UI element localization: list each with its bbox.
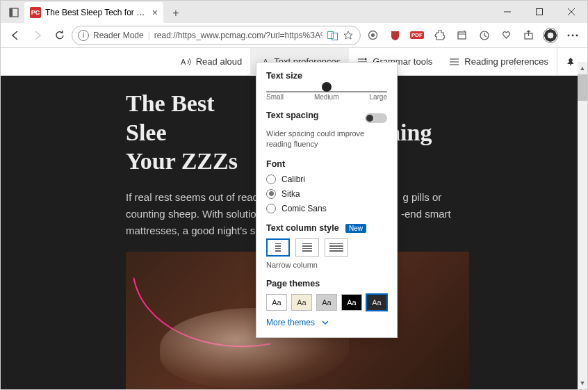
nav-toolbar: i Reader Mode | read://https_www.pcmag.c…	[1, 23, 587, 48]
ext-icon-pdf[interactable]: PDF	[407, 25, 427, 46]
svg-rect-3	[537, 9, 543, 15]
scroll-up-icon[interactable]: ▲	[578, 63, 587, 73]
slider-label-large: Large	[369, 93, 387, 101]
favorite-icon[interactable]	[342, 29, 354, 42]
column-medium-button[interactable]	[295, 238, 319, 257]
minimize-button[interactable]	[491, 1, 523, 23]
url-text: read://https_www.pcmag.com/?url=https%3A…	[154, 31, 322, 40]
window-titlebar: PC The Best Sleep Tech for Catching × +	[1, 1, 587, 23]
font-option-label: Comic Sans	[281, 204, 327, 213]
column-narrow-button[interactable]	[266, 238, 290, 257]
radio-icon	[266, 174, 276, 184]
close-window-button[interactable]	[555, 1, 587, 23]
favorites-button[interactable]	[496, 25, 516, 46]
font-heading: Font	[266, 159, 387, 169]
theme-swatch-2[interactable]: Aa	[316, 294, 337, 311]
slider-label-medium: Medium	[314, 93, 339, 101]
svg-point-16	[576, 34, 578, 36]
reading-prefs-label: Reading preferences	[464, 56, 548, 67]
tab-actions-icon	[9, 8, 19, 17]
back-button[interactable]	[5, 25, 26, 46]
text-spacing-description: Wider spacing could improve reading flue…	[266, 129, 387, 149]
svg-rect-10	[458, 32, 466, 39]
ext-icon-1[interactable]	[362, 25, 383, 46]
site-info-icon[interactable]: i	[78, 30, 89, 41]
theme-swatch-3[interactable]: Aa	[341, 294, 362, 311]
extensions-button[interactable]	[429, 25, 450, 46]
chevron-down-icon	[322, 320, 329, 325]
svg-point-23	[365, 58, 367, 60]
new-tab-button[interactable]: +	[166, 3, 186, 23]
more-themes-link[interactable]: More themes	[266, 318, 387, 327]
pin-icon	[566, 57, 573, 67]
radio-icon	[266, 204, 276, 213]
font-option-comic-sans[interactable]: Comic Sans	[266, 204, 387, 213]
collections-button[interactable]	[451, 25, 472, 46]
font-option-sitka[interactable]: Sitka	[266, 189, 387, 199]
text-spacing-heading: Text spacing	[266, 111, 318, 120]
column-caption: Narrow column	[266, 261, 387, 269]
page-themes-heading: Page themes	[266, 279, 387, 289]
reader-mode-label: Reader Mode	[93, 31, 144, 40]
favicon: PC	[30, 7, 41, 18]
separator: |	[148, 31, 150, 40]
tab-actions-button[interactable]	[3, 2, 24, 23]
scroll-thumb[interactable]	[578, 74, 587, 101]
scroll-down-icon[interactable]: ▼	[578, 378, 587, 388]
ext-icon-ublock[interactable]	[384, 25, 405, 46]
slider-thumb[interactable]	[322, 82, 332, 92]
column-wide-button[interactable]	[325, 238, 348, 257]
avatar-icon	[543, 28, 558, 43]
address-bar[interactable]: i Reader Mode | read://https_www.pcmag.c…	[72, 26, 361, 45]
pdf-badge: PDF	[410, 31, 424, 39]
theme-swatch-1[interactable]: Aa	[291, 294, 312, 311]
svg-point-14	[568, 34, 570, 36]
theme-swatch-0[interactable]: Aa	[266, 294, 287, 311]
translate-icon[interactable]	[327, 29, 339, 42]
maximize-button[interactable]	[523, 1, 555, 23]
radio-icon	[266, 189, 276, 199]
svg-rect-1	[10, 8, 13, 17]
slider-label-small: Small	[266, 93, 284, 101]
history-button[interactable]	[473, 25, 494, 46]
vertical-scrollbar[interactable]: ▲ ▼	[578, 62, 587, 389]
window-controls	[491, 1, 587, 23]
refresh-button[interactable]	[49, 25, 70, 46]
reading-prefs-icon	[449, 57, 460, 67]
reading-preferences-button[interactable]: Reading preferences	[441, 48, 557, 76]
text-spacing-toggle[interactable]	[365, 113, 387, 123]
read-aloud-button[interactable]: A Read aloud	[172, 48, 251, 76]
svg-point-15	[572, 34, 574, 36]
profile-button[interactable]	[540, 25, 561, 46]
forward-button[interactable]	[27, 25, 48, 46]
font-option-calibri[interactable]: Calibri	[266, 174, 387, 184]
svg-point-9	[371, 33, 375, 37]
close-tab-icon[interactable]: ×	[152, 7, 158, 18]
font-option-label: Calibri	[281, 174, 305, 184]
browser-tab[interactable]: PC The Best Sleep Tech for Catching ×	[24, 2, 163, 23]
theme-swatch-4[interactable]: Aa	[366, 294, 387, 311]
share-button[interactable]	[518, 25, 539, 46]
read-aloud-label: Read aloud	[196, 56, 243, 67]
tab-title: The Best Sleep Tech for Catching	[45, 8, 148, 17]
text-size-heading: Text size	[266, 71, 387, 81]
text-size-slider[interactable]	[266, 86, 387, 88]
new-badge: New	[345, 224, 366, 233]
read-aloud-icon: A	[181, 57, 192, 67]
text-preferences-panel: Text size Small Medium Large Text spacin…	[256, 62, 398, 338]
font-option-label: Sitka	[281, 189, 300, 199]
menu-button[interactable]	[562, 25, 583, 46]
svg-text:A: A	[181, 58, 186, 66]
column-style-heading: Text column style	[266, 223, 339, 233]
tab-strip: PC The Best Sleep Tech for Catching × +	[1, 1, 491, 23]
